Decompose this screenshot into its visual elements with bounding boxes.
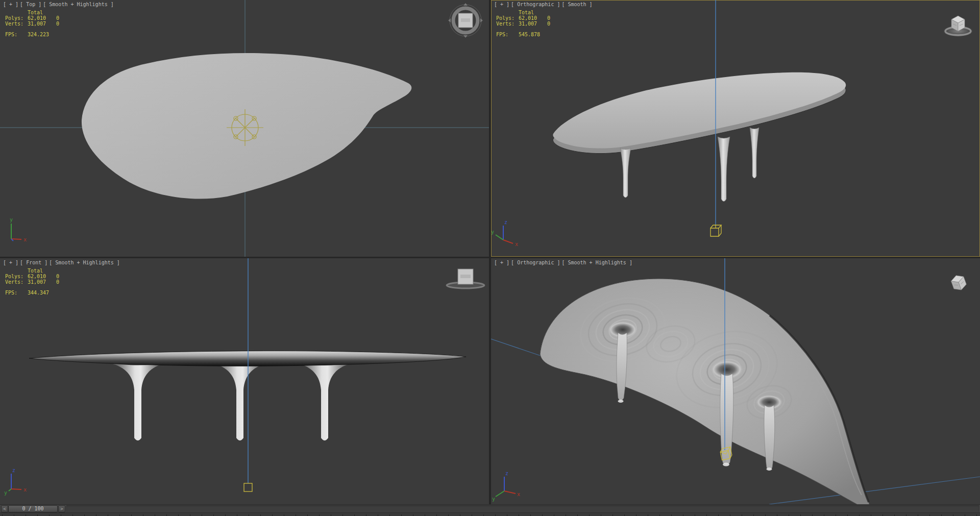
stats-polys-label: Polys: bbox=[496, 15, 519, 21]
stats-fps-value: 344.347 bbox=[28, 290, 56, 296]
stats-polys-value: 62,010 bbox=[28, 15, 56, 21]
table-model[interactable] bbox=[553, 72, 846, 202]
axis-x-label: x bbox=[515, 241, 518, 247]
viewport-menu-pov[interactable]: [ Top ] bbox=[20, 2, 41, 7]
dummy-helper-box[interactable] bbox=[710, 225, 721, 236]
time-slider-track[interactable] bbox=[66, 505, 979, 512]
track-bar-ruler[interactable] bbox=[0, 512, 980, 516]
viewport-menu-general[interactable]: [ + ] bbox=[494, 2, 509, 7]
scene-orthographic-view: z y x bbox=[491, 0, 980, 257]
stats-verts-delta: 0 bbox=[56, 21, 59, 27]
stats-verts-label: Verts: bbox=[5, 21, 28, 27]
viewport-menu-shading[interactable]: [ Smooth ] bbox=[561, 2, 592, 7]
stats-polys-value: 62,010 bbox=[519, 15, 547, 21]
scene-orthographic-underside: z y x bbox=[491, 258, 980, 504]
world-axis-icon: z y x bbox=[492, 471, 520, 502]
axis-x-label: x bbox=[23, 487, 27, 493]
stats-polys-delta: 0 bbox=[547, 15, 550, 21]
table-model-underside[interactable] bbox=[540, 279, 869, 504]
statistics-overlay: Total Polys:62,0100 Verts:31,0070 FPS:34… bbox=[5, 268, 59, 296]
axis-y-label: y bbox=[10, 217, 13, 223]
statistics-overlay: Total Polys:62,0100 Verts:31,0070 FPS:32… bbox=[5, 10, 59, 37]
stats-verts-value: 31,007 bbox=[519, 21, 547, 27]
stats-fps-value: 324.223 bbox=[28, 32, 56, 37]
viewport-menu-general[interactable]: [ + ] bbox=[3, 2, 18, 7]
viewport-label: [ + ][ Top ][ Smooth + Highlights ] bbox=[3, 2, 115, 7]
time-slider-bar: < 0 / 100 > bbox=[0, 504, 980, 512]
viewport-front[interactable]: z x y [ + ][ Front ][ Smooth + Highlight… bbox=[0, 258, 489, 504]
axis-x-label: x bbox=[23, 237, 27, 242]
viewport-menu-pov[interactable]: [ Front ] bbox=[20, 260, 47, 265]
viewport-menu-shading[interactable]: [ Smooth + Highlights ] bbox=[43, 2, 113, 7]
time-slider-handle[interactable]: 0 / 100 bbox=[8, 505, 58, 512]
stats-total-label: Total bbox=[519, 10, 547, 15]
scene-front-view: z x y bbox=[0, 258, 489, 504]
stats-fps-label: FPS: bbox=[496, 32, 519, 37]
stats-total-label: Total bbox=[28, 10, 56, 15]
stats-verts-delta: 0 bbox=[547, 21, 550, 27]
viewport-orthographic-1[interactable]: z y x [ + ][ Orthographic ][ Smooth ] To… bbox=[491, 0, 980, 257]
axis-x-label: x bbox=[517, 492, 520, 497]
axis-y-label: y bbox=[4, 490, 7, 496]
axis-z-label: z bbox=[504, 219, 507, 225]
axis-z-label: z bbox=[12, 468, 15, 473]
stats-polys-delta: 0 bbox=[56, 15, 59, 21]
max-quad-viewport-screen: y x [ + ][ Top ][ Smooth + Highlights ] … bbox=[0, 0, 980, 516]
viewport-label: [ + ][ Front ][ Smooth + Highlights ] bbox=[3, 260, 121, 265]
axis-y-label: y bbox=[491, 229, 494, 235]
stats-polys-value: 62,010 bbox=[28, 274, 56, 279]
stats-polys-label: Polys: bbox=[5, 15, 28, 21]
viewport-menu-pov[interactable]: [ Orthographic ] bbox=[511, 2, 560, 7]
stats-fps-label: FPS: bbox=[5, 290, 28, 296]
world-axis-icon: z y x bbox=[491, 219, 518, 247]
scene-top-view: y x bbox=[0, 0, 489, 257]
stats-polys-delta: 0 bbox=[56, 274, 59, 279]
world-axis-icon: y x bbox=[10, 217, 27, 242]
viewcube-icon[interactable] bbox=[447, 269, 484, 288]
viewport-menu-shading[interactable]: [ Smooth + Highlights ] bbox=[561, 260, 632, 265]
viewport-label: [ + ][ Orthographic ][ Smooth ] bbox=[494, 2, 594, 7]
grid-line-diagonal bbox=[491, 339, 548, 358]
stats-total-label: Total bbox=[28, 268, 56, 274]
statistics-overlay: Total Polys:62,0100 Verts:31,0070 FPS:54… bbox=[496, 10, 550, 37]
grid-line-diagonal bbox=[769, 477, 980, 504]
viewport-orthographic-2[interactable]: z y x [ + ][ Orthographic ][ Smooth + Hi… bbox=[491, 258, 980, 504]
stats-verts-value: 31,007 bbox=[28, 279, 56, 285]
viewport-menu-general[interactable]: [ + ] bbox=[3, 260, 18, 265]
viewport-menu-shading[interactable]: [ Smooth + Highlights ] bbox=[49, 260, 119, 265]
viewcube-icon[interactable] bbox=[950, 273, 968, 292]
viewport-top[interactable]: y x [ + ][ Top ][ Smooth + Highlights ] … bbox=[0, 0, 489, 257]
axis-z-label: z bbox=[505, 471, 508, 476]
viewport-menu-pov[interactable]: [ Orthographic ] bbox=[511, 260, 560, 265]
table-model[interactable] bbox=[29, 351, 466, 440]
stats-verts-value: 31,007 bbox=[28, 21, 56, 27]
dummy-helper-box[interactable] bbox=[244, 483, 252, 492]
next-frame-button[interactable]: > bbox=[58, 505, 65, 512]
stats-verts-delta: 0 bbox=[56, 279, 59, 285]
world-axis-icon: z x y bbox=[4, 468, 27, 496]
stats-fps-label: FPS: bbox=[5, 32, 28, 37]
viewcube-icon[interactable] bbox=[943, 16, 973, 37]
viewcube-icon[interactable] bbox=[448, 3, 483, 38]
stats-verts-label: Verts: bbox=[496, 21, 519, 27]
axis-y-label: y bbox=[492, 496, 495, 502]
viewport-label: [ + ][ Orthographic ][ Smooth + Highligh… bbox=[494, 260, 634, 265]
viewport-menu-general[interactable]: [ + ] bbox=[494, 260, 509, 265]
stats-polys-label: Polys: bbox=[5, 274, 28, 279]
stats-fps-value: 545.878 bbox=[519, 32, 547, 37]
stats-verts-label: Verts: bbox=[5, 279, 28, 285]
previous-frame-button[interactable]: < bbox=[1, 505, 8, 512]
